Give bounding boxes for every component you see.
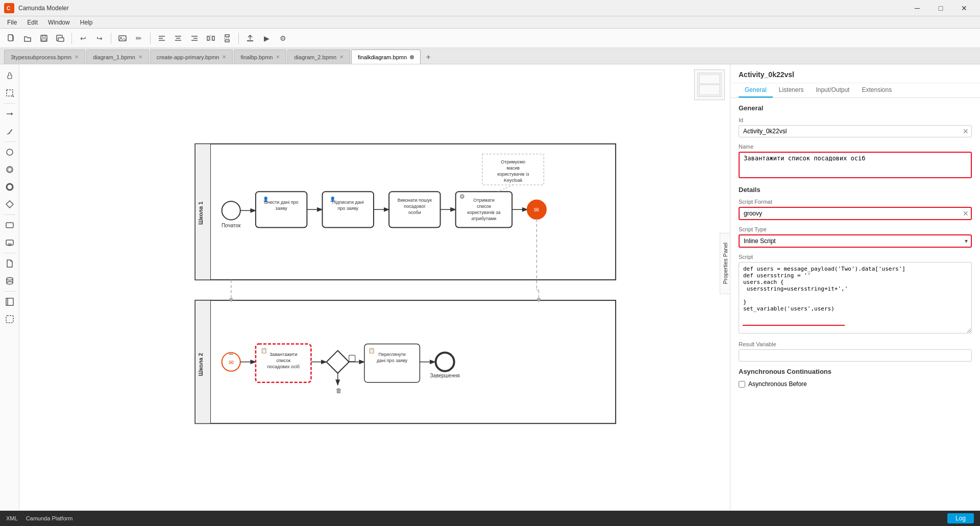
- close-tab-create-app[interactable]: ✕: [222, 54, 226, 60]
- close-button[interactable]: ✕: [952, 0, 976, 16]
- svg-text:✉: ✉: [229, 359, 234, 366]
- group-tool[interactable]: [3, 312, 17, 326]
- props-tab-general[interactable]: General: [739, 83, 773, 98]
- props-tab-inputoutput[interactable]: Input/Output: [810, 83, 855, 98]
- log-button[interactable]: Log: [947, 513, 974, 523]
- svg-marker-34: [6, 201, 13, 208]
- task-tool[interactable]: [3, 218, 17, 232]
- end-event-tool[interactable]: [3, 180, 17, 194]
- tab-finalkdiagram[interactable]: finalkdiagram.bpmn: [351, 50, 421, 64]
- props-tab-listeners[interactable]: Listeners: [773, 83, 810, 98]
- script-format-input[interactable]: [739, 207, 972, 220]
- svg-text:Підписати дані: Підписати дані: [332, 200, 364, 205]
- align-left-button[interactable]: [155, 31, 169, 45]
- participant-tool[interactable]: [3, 295, 17, 309]
- id-field: Id ✕: [739, 117, 972, 137]
- result-variable-input[interactable]: [739, 349, 972, 362]
- redo-button[interactable]: ↪: [92, 31, 107, 45]
- app-title: Camunda Modeler: [18, 5, 905, 12]
- minimize-button[interactable]: ─: [905, 0, 929, 16]
- details-section-title: Details: [739, 186, 972, 194]
- script-type-select[interactable]: Inline Script External Resource: [739, 234, 972, 248]
- svg-rect-23: [225, 40, 229, 42]
- svg-rect-26: [7, 90, 13, 96]
- intermediate-event-tool[interactable]: [3, 162, 17, 177]
- bpmn-canvas[interactable]: Школа 1 Школа 2 Початок 👤 Внести дані пр…: [19, 64, 730, 511]
- maximize-button[interactable]: □: [929, 0, 952, 16]
- toolbar-separator-1: [71, 33, 72, 44]
- run-button[interactable]: ▶: [259, 31, 274, 45]
- id-input[interactable]: [739, 125, 972, 137]
- svg-rect-19: [207, 36, 209, 40]
- script-format-clear[interactable]: ✕: [963, 209, 969, 218]
- undo-button[interactable]: ↩: [76, 31, 90, 45]
- edit-tool[interactable]: [3, 124, 17, 138]
- close-tab-diagram2[interactable]: ✕: [339, 54, 344, 60]
- menu-edit[interactable]: Edit: [22, 18, 43, 27]
- hand-tool[interactable]: [3, 68, 17, 83]
- script-textarea[interactable]: def users = message_payload('Two').data[…: [739, 262, 972, 333]
- svg-point-56: [222, 201, 240, 220]
- tab-diagram1[interactable]: diagram_1.bpmn ✕: [86, 50, 149, 64]
- distribute-v-button[interactable]: [220, 31, 234, 45]
- properties-panel-tab[interactable]: Properties Panel: [720, 233, 730, 294]
- tab-diagram2[interactable]: diagram_2.bpmn ✕: [287, 50, 350, 64]
- insert-image-button[interactable]: [115, 31, 130, 45]
- props-tab-list: General Listeners Input/Output Extension…: [730, 83, 980, 98]
- more-button[interactable]: ⚙: [276, 31, 290, 45]
- tool-button[interactable]: ✏: [132, 31, 146, 45]
- xml-label[interactable]: XML: [6, 515, 18, 521]
- unsaved-indicator: [410, 55, 414, 59]
- save-as-button[interactable]: [53, 31, 67, 45]
- statusbar: XML Camunda Platform Log: [0, 511, 980, 526]
- new-button[interactable]: [4, 31, 18, 45]
- svg-rect-7: [58, 38, 64, 41]
- open-button[interactable]: [20, 31, 35, 45]
- id-input-wrap: ✕: [739, 125, 972, 137]
- svg-text:дані про заяву: дані про заяву: [377, 358, 408, 363]
- bpmn-diagram[interactable]: Школа 1 Школа 2 Початок 👤 Внести дані пр…: [19, 64, 730, 511]
- deploy-button[interactable]: [243, 31, 257, 45]
- main-container: Школа 1 Школа 2 Початок 👤 Внести дані пр…: [0, 64, 980, 511]
- lt-separator-4: [4, 253, 15, 253]
- data-store-tool[interactable]: [3, 274, 17, 288]
- svg-point-30: [7, 149, 13, 155]
- data-object-tool[interactable]: [3, 256, 17, 271]
- tab-finalbp[interactable]: finalbp.bpmn ✕: [234, 50, 286, 64]
- id-clear-button[interactable]: ✕: [963, 127, 969, 135]
- script-format-field: Script Format ✕: [739, 199, 972, 220]
- toolbar-separator-3: [150, 33, 151, 44]
- subprocess-tool[interactable]: [3, 235, 17, 250]
- svg-text:атрибутами: атрибутами: [472, 216, 497, 221]
- lasso-tool[interactable]: [3, 86, 17, 100]
- close-tab-diagram1[interactable]: ✕: [138, 54, 142, 60]
- add-tab-button[interactable]: +: [422, 51, 435, 64]
- svg-point-111: [436, 353, 454, 371]
- global-connect-tool[interactable]: [3, 107, 17, 121]
- name-input[interactable]: Завантажити список посадових осіб: [739, 152, 972, 178]
- menu-file[interactable]: File: [2, 18, 22, 27]
- tab-create-app-primary[interactable]: create-app-primary.bpmn ✕: [150, 50, 233, 64]
- distribute-h-button[interactable]: [204, 31, 218, 45]
- svg-text:масив: масив: [506, 165, 520, 171]
- align-center-button[interactable]: [171, 31, 185, 45]
- menu-help[interactable]: Help: [75, 18, 98, 27]
- save-button[interactable]: [37, 31, 51, 45]
- align-right-button[interactable]: [187, 31, 202, 45]
- toolbar-separator-4: [238, 33, 239, 44]
- close-tab-3types[interactable]: ✕: [75, 54, 79, 60]
- tab-3typessubprocess[interactable]: 3typessubprocess.bpmn ✕: [4, 50, 85, 64]
- async-section-title: Asynchronous Continuations: [739, 368, 972, 375]
- svg-text:особи: особи: [408, 210, 421, 215]
- start-event-tool[interactable]: [3, 145, 17, 159]
- svg-rect-44: [6, 298, 13, 305]
- props-tab-extensions[interactable]: Extensions: [855, 83, 898, 98]
- gateway-tool[interactable]: [3, 197, 17, 211]
- svg-rect-22: [225, 35, 229, 37]
- script-type-field: Script Type Inline Script External Resou…: [739, 226, 972, 248]
- tab-bar: 3typessubprocess.bpmn ✕ diagram_1.bpmn ✕…: [0, 48, 980, 64]
- svg-text:про заяву: про заяву: [337, 206, 358, 211]
- menu-window[interactable]: Window: [43, 18, 75, 27]
- async-before-checkbox[interactable]: [739, 381, 745, 388]
- close-tab-finalbp[interactable]: ✕: [276, 54, 280, 60]
